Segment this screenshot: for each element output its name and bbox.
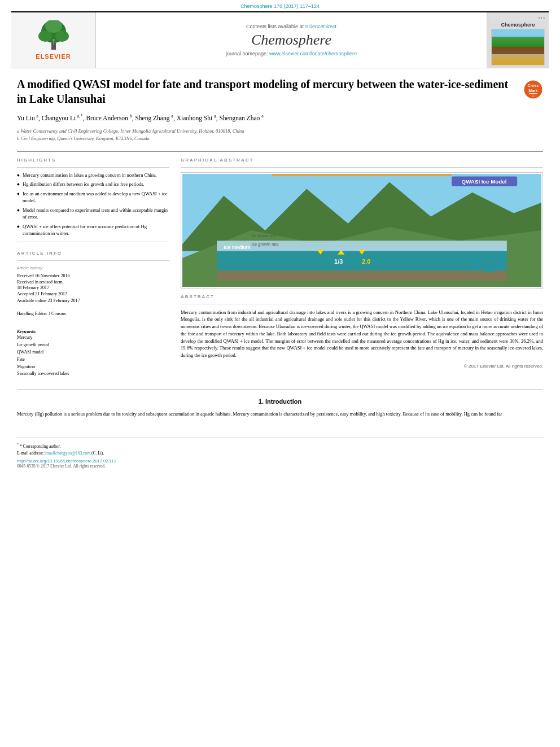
online-date: Available online 23 February 2017 <box>17 298 169 304</box>
journal-header: ELSEVIER Contents lists available at Sci… <box>11 11 549 68</box>
highlights-divider <box>17 167 169 168</box>
svg-text:Mark: Mark <box>528 89 537 93</box>
introduction-section: 1. Introduction Mercury (Hg) pollution i… <box>17 389 543 418</box>
elsevier-logo: ELSEVIER <box>11 12 96 68</box>
received-date: Received 16 November 2016 <box>17 273 169 279</box>
svg-text:2.0: 2.0 <box>362 257 370 264</box>
two-column-layout: HIGHLIGHTS Mercury contamination in lake… <box>17 158 543 378</box>
page-footer: * * Corresponding author. E-mail address… <box>17 438 543 473</box>
abstract-text: Mercury contamination from industrial an… <box>181 309 543 359</box>
introduction-title: 1. Introduction <box>17 398 543 405</box>
abstract-copyright: © 2017 Elsevier Ltd. All rights reserved… <box>181 364 543 369</box>
accepted-date: Accepted 21 February 2017 <box>17 291 169 298</box>
svg-text:Ice medium: Ice medium <box>224 244 250 250</box>
keywords-section: Keywords: Mercury Ice growth period QWAS… <box>17 323 169 378</box>
article-info-divider <box>17 260 169 261</box>
article-info-section: ARTICLE INFO Article history: Received 1… <box>17 251 169 378</box>
article-title-section: A modified QWASI model for fate and tran… <box>17 77 543 106</box>
highlight-item-4: Model results compared to experimental t… <box>17 207 169 221</box>
svg-text:™: ™ <box>532 95 535 98</box>
introduction-text: Mercury (Hg) pollution is a serious prob… <box>17 410 543 418</box>
highlight-item-3: Ice as an environmental medium was added… <box>17 191 169 204</box>
journal-name: Chemosphere <box>107 32 475 49</box>
highlight-item-1: Mercury contamination in lakes a growing… <box>17 172 169 179</box>
email-line: E-mail address: lmaulichangyou@163.com (… <box>17 451 543 456</box>
svg-point-2 <box>38 30 52 42</box>
article-title-text: A modified QWASI model for fate and tran… <box>17 77 523 106</box>
svg-rect-17 <box>217 270 507 281</box>
keyword-mercury: Mercury <box>17 334 169 342</box>
ga-divider <box>181 167 543 168</box>
graphical-abstract-image-container: Thawing period of Ulansuhai Lake QWASI I… <box>181 172 543 289</box>
keyword-qwasi: QWASI model <box>17 349 169 356</box>
sciencedirect-link[interactable]: ScienceDirect <box>305 24 337 29</box>
keyword-migration: Migration <box>17 364 169 371</box>
svg-rect-18 <box>272 174 452 176</box>
revised-date: Received in revised form18 February 2017 <box>17 279 169 291</box>
author-email-link[interactable]: lmaulichangyou@163.com <box>45 451 90 456</box>
abstract-section: ABSTRACT Mercury contamination from indu… <box>181 294 543 369</box>
highlight-item-2: Hg distribution differs between ice grow… <box>17 181 169 188</box>
graphical-abstract-image: Thawing period of Ulansuhai Lake QWASI I… <box>182 174 541 287</box>
article-history-label: Article history: <box>17 265 169 270</box>
affiliations: a Water Conservancy and Civil Engineerin… <box>17 128 543 142</box>
doi-line: http://dx.doi.org/10.1016/j.chemosphere.… <box>17 458 543 464</box>
main-content: A modified QWASI model for fate and tran… <box>17 68 543 426</box>
affiliation-b: b Civil Engineering, Queen's University,… <box>17 135 543 142</box>
svg-point-3 <box>55 30 69 42</box>
highlights-title: HIGHLIGHTS <box>17 158 169 163</box>
footer-copyright: 0045-6535/© 2017 Elsevier Ltd. All right… <box>17 464 543 469</box>
journal-thumbnail: ▪ ▪ ▪ Chemosphere <box>487 12 549 68</box>
graphical-abstract-title: GRAPHICAL ABSTRACT <box>181 158 543 163</box>
highlights-section: HIGHLIGHTS Mercury contamination in lake… <box>17 158 169 237</box>
svg-text:1/3: 1/3 <box>334 257 343 264</box>
thumb-journal-name: Chemosphere <box>501 22 535 28</box>
affiliation-a: a Water Conservancy and Civil Engineerin… <box>17 128 543 135</box>
contents-available-line: Contents lists available at ScienceDirec… <box>107 24 475 29</box>
elsevier-brand: ELSEVIER <box>36 53 71 60</box>
homepage-line: journal homepage: www.elsevier.com/locat… <box>107 51 475 56</box>
keywords-label: Keywords: <box>17 329 169 334</box>
right-column: GRAPHICAL ABSTRACT <box>181 158 543 378</box>
keyword-fate: Fate <box>17 356 169 364</box>
svg-text:Cross: Cross <box>528 84 539 88</box>
left-column: HIGHLIGHTS Mercury contamination in lake… <box>17 158 169 378</box>
thumb-top-bar: ▪ ▪ ▪ <box>489 15 546 21</box>
abstract-title: ABSTRACT <box>181 294 543 299</box>
journal-reference: Chemosphere 176 (2017) 117–124 <box>0 0 560 11</box>
highlights-list: Mercury contamination in lakes a growing… <box>17 172 169 237</box>
keyword-ice-lakes: Seasonally ice-covered lakes <box>17 370 169 378</box>
journal-center-info: Contents lists available at ScienceDirec… <box>96 12 487 68</box>
svg-text:Ice growth rate: Ice growth rate <box>251 241 278 246</box>
handling-editor: Handling Editor: J Cousins <box>17 311 169 317</box>
info-top-divider <box>17 242 169 242</box>
journal-cover-image <box>491 29 545 65</box>
homepage-link[interactable]: www.elsevier.com/locate/chemosphere <box>269 51 357 56</box>
abstract-divider <box>181 304 543 304</box>
svg-point-5 <box>53 39 55 41</box>
corresponding-author-note: * * Corresponding author. <box>17 443 543 449</box>
article-info-title: ARTICLE INFO <box>17 251 169 256</box>
highlight-item-5: QWASI + ice offers potential for more ac… <box>17 224 169 237</box>
doi-link[interactable]: http://dx.doi.org/10.1016/j.chemosphere.… <box>17 458 116 464</box>
svg-text:Da in ice rate: Da in ice rate <box>251 233 275 238</box>
keyword-ice-growth: Ice growth period <box>17 342 169 349</box>
graphical-abstract-section: GRAPHICAL ABSTRACT <box>181 158 543 289</box>
svg-text:QWASI Ice Model: QWASI Ice Model <box>462 178 507 184</box>
crossmark-badge[interactable]: Cross Mark ™ <box>523 77 543 103</box>
header-divider <box>17 151 543 152</box>
elsevier-tree-icon <box>31 20 76 51</box>
authors-line: Yu Liu a, Changyou Li a,*, Bruce Anderso… <box>17 113 543 123</box>
